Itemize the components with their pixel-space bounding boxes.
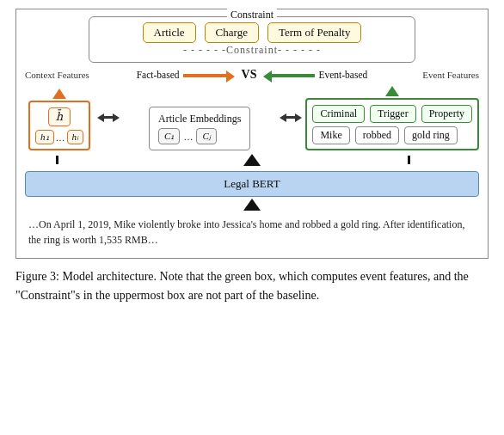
charge-box: Charge (205, 22, 259, 43)
context-up-arrow (52, 89, 66, 99)
legal-bert-box: Legal BERT (25, 171, 479, 197)
fact-based-arrow (183, 70, 235, 81)
context-box: h̄ h₁ … hᵢ (28, 101, 90, 150)
constraint-label-top: Constraint (227, 9, 277, 21)
c1-box: C₁ (158, 128, 180, 144)
bidirectional-arrow-right (280, 113, 302, 122)
context-dots: … (56, 132, 65, 143)
top-constraint-box: Constraint Article Charge Term of Penalt… (89, 16, 415, 63)
term-of-penalty-box: Term of Penalty (267, 22, 362, 43)
article-emb-col: Article Embeddings C₁ … Cⱼ (123, 107, 276, 150)
event-up-arrow (385, 86, 399, 96)
trigger-box: Trigger (370, 105, 416, 123)
mike-box: Mike (312, 126, 349, 144)
event-outer-box: Criminal Trigger Property Mike robbed go… (305, 98, 479, 150)
bert-up-arrow (243, 154, 261, 166)
dashed-constraint: - - - - - -Constraint- - - - - - (101, 44, 403, 57)
article-emb-title: Article Embeddings (158, 113, 241, 126)
legal-bert-row: Legal BERT (25, 171, 479, 197)
text-up-arrow (243, 199, 261, 211)
text-snippet: …On April 1, 2019, Mike violently broke … (25, 215, 479, 249)
cj-box: Cⱼ (196, 128, 216, 144)
criminal-box: Criminal (312, 105, 365, 123)
robbed-box: robbed (355, 126, 399, 144)
diagram: Constraint Article Charge Term of Penalt… (15, 9, 489, 259)
bidirectional-arrow-left (97, 113, 120, 122)
context-features-col: h̄ h₁ … hᵢ (25, 87, 94, 150)
event-features-label: Event Features (422, 70, 479, 80)
vs-label: VS (242, 68, 257, 82)
fact-based-label: Fact-based (137, 70, 180, 80)
property-box: Property (421, 105, 472, 123)
hi-box: hᵢ (67, 130, 84, 144)
event-based-arrow (263, 70, 315, 81)
event-features-col: Criminal Trigger Property Mike robbed go… (305, 84, 479, 150)
h-bar-box: h̄ (48, 107, 71, 126)
event-based-label: Event-based (318, 70, 367, 80)
context-features-label: Context Features (25, 70, 89, 80)
article-emb-box: Article Embeddings C₁ … Cⱼ (149, 107, 250, 150)
h1-box: h₁ (35, 130, 54, 144)
c-dots: … (183, 132, 193, 142)
article-box: Article (143, 22, 196, 43)
figure-caption: Figure 3: Model architecture. Note that … (15, 267, 489, 304)
gold-ring-box: gold ring (404, 126, 458, 144)
